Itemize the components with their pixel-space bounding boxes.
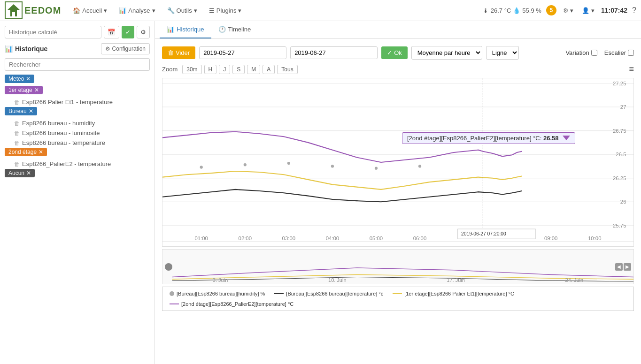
- svg-text:26: 26: [620, 199, 626, 205]
- group-tag-1er-etage[interactable]: 1er etage ✕: [5, 86, 43, 94]
- chart-icon: 📊: [119, 7, 126, 14]
- svg-text:2019-06-27 07:20:00: 2019-06-27 07:20:00: [461, 231, 506, 236]
- home-icon: 🏠: [73, 7, 80, 14]
- legend-item-2ond-etage-temp: [2ond étage][Esp8266_PalierE2][temperatu…: [170, 301, 293, 307]
- configuration-button[interactable]: ⚙ Configuration: [101, 43, 150, 54]
- navbar: EEDOM 🏠 Accueil ▾ 📊 Analyse ▾ 🔧 Outils ▾…: [0, 0, 641, 21]
- svg-text:26.5: 26.5: [616, 152, 626, 157]
- escalier-checkbox[interactable]: [628, 50, 634, 56]
- zoom-a[interactable]: A: [263, 65, 275, 74]
- search-input[interactable]: [5, 58, 150, 71]
- svg-point-26: [200, 166, 203, 168]
- date-from-input[interactable]: [199, 46, 286, 59]
- svg-point-31: [418, 165, 421, 167]
- date-label-1: 3. Juin: [213, 277, 228, 283]
- svg-point-29: [331, 165, 334, 167]
- list-item: 🗑 Esp8266 Palier Et1 - temperature: [5, 97, 150, 107]
- legend-item-1er-etage-temp: [1er etage][Esp8266 Palier Et1][temperat…: [393, 291, 514, 296]
- group-label-bureau: Bureau: [8, 108, 27, 114]
- scroll-right-button[interactable]: ▶: [624, 263, 631, 271]
- navigator-bar: ◀ ▶ 3. Juin 10. Juin 17. Juin 24. Juin: [162, 249, 634, 284]
- navigator-date-labels: 3. Juin 10. Juin 17. Juin 24. Juin: [162, 277, 633, 283]
- legend-dot-humidity: [170, 291, 174, 296]
- confirm-button[interactable]: ✓: [122, 26, 134, 38]
- puzzle-icon: ☰: [209, 7, 215, 14]
- settings-button[interactable]: ⚙ ▾: [561, 5, 576, 16]
- brand-name: EEDOM: [24, 5, 61, 16]
- help-button[interactable]: ?: [632, 6, 636, 15]
- escalier-label[interactable]: Escalier: [604, 49, 634, 56]
- list-item: 🗑 Esp8266 bureau - temperature: [5, 138, 150, 148]
- user-button[interactable]: 👤 ▾: [580, 5, 596, 16]
- trash-icon[interactable]: 🗑: [14, 140, 20, 146]
- group-tag-meteo[interactable]: Meteo ✕: [5, 75, 34, 83]
- moyenne-select[interactable]: Moyenne par heure: [411, 46, 482, 60]
- historique-input[interactable]: [5, 26, 101, 38]
- nav-right: 🌡 26.7 °C 💧 55.9 % 5 ⚙ ▾ 👤 ▾ 11:07:42 ?: [483, 5, 636, 16]
- logo: [5, 1, 23, 19]
- zoom-h[interactable]: H: [204, 65, 217, 74]
- nav-plugins[interactable]: ☰ Plugins ▾: [204, 4, 247, 17]
- legend-line-bureau-temp: [274, 293, 284, 294]
- group-label-2ond-etage: 2ond étage: [8, 149, 37, 155]
- group-tag-bureau[interactable]: Bureau ✕: [5, 107, 37, 115]
- tab-historique[interactable]: 📊 Historique: [160, 21, 211, 38]
- svg-text:26.75: 26.75: [613, 128, 626, 134]
- legend-wrapper: [Bureau][Esp8266 bureau][humidity] % [Bu…: [162, 287, 634, 311]
- clock-tab-icon: 🕐: [218, 26, 226, 33]
- wrench-icon: 🔧: [167, 7, 175, 14]
- chart-area: 🗑 Vider ✓ Ok Moyenne par heure Ligne: [155, 39, 641, 364]
- scroll-left-button[interactable]: ◀: [615, 263, 623, 271]
- close-icon-2ond-etage: ✕: [39, 149, 43, 155]
- svg-text:10:00: 10:00: [588, 235, 601, 241]
- chart-container: 27.25 27 26.75 26.5 26.25 26 25.75 01:00…: [162, 78, 634, 247]
- group-tag-2ond-etage[interactable]: 2ond étage ✕: [5, 148, 47, 156]
- close-icon-aucun: ✕: [26, 170, 31, 176]
- check-icon: ✓: [387, 49, 392, 56]
- navigator-handle-left[interactable]: [165, 263, 172, 271]
- group-2ond-etage: 2ond étage ✕ 🗑 Esp8266_PalierE2 - temper…: [5, 148, 150, 169]
- ok-button[interactable]: ✓ Ok: [381, 46, 408, 59]
- zoom-s[interactable]: S: [232, 65, 245, 74]
- trash-icon[interactable]: 🗑: [14, 161, 20, 167]
- trash-icon[interactable]: 🗑: [14, 120, 20, 127]
- zoom-30m[interactable]: 30m: [182, 65, 201, 74]
- chevron-down-icon: ▾: [104, 7, 107, 14]
- chevron-down-icon: ▾: [152, 7, 155, 14]
- chart-small-icon: 📊: [5, 45, 13, 53]
- controls-row: 🗑 Vider ✓ Ok Moyenne par heure Ligne: [162, 46, 634, 60]
- zoom-j[interactable]: J: [219, 65, 230, 74]
- nav-outils[interactable]: 🔧 Outils ▾: [162, 4, 202, 17]
- svg-text:01:00: 01:00: [195, 235, 208, 241]
- svg-text:09:00: 09:00: [544, 235, 557, 241]
- ligne-select[interactable]: Ligne: [486, 46, 519, 60]
- tab-timeline[interactable]: 🕐 Timeline: [211, 21, 258, 38]
- date-to-input[interactable]: [290, 46, 378, 59]
- variation-row: Variation Escalier: [565, 49, 634, 56]
- sidebar-section-header: 📊 Historique ⚙ Configuration: [5, 43, 150, 54]
- nav-accueil[interactable]: 🏠 Accueil ▾: [68, 4, 112, 17]
- svg-point-28: [287, 162, 290, 165]
- list-item: 🗑 Esp8266 bureau - luminosite: [5, 128, 150, 138]
- content-wrapper: 📅 ✓ ⚙ 📊 Historique ⚙ Configuration Meteo…: [0, 21, 641, 364]
- notification-badge[interactable]: 5: [546, 5, 556, 15]
- close-icon-1er-etage: ✕: [34, 87, 39, 93]
- zoom-tous[interactable]: Tous: [277, 65, 297, 74]
- group-tag-aucun[interactable]: Aucun ✕: [5, 169, 35, 177]
- vider-button[interactable]: 🗑 Vider: [162, 46, 195, 59]
- zoom-m[interactable]: M: [247, 65, 260, 74]
- variation-label[interactable]: Variation: [565, 49, 597, 56]
- hamburger-icon[interactable]: ≡: [629, 64, 634, 74]
- settings-small-button[interactable]: ⚙: [137, 26, 150, 38]
- trash-icon[interactable]: 🗑: [14, 130, 20, 136]
- group-label-aucun: Aucun: [8, 170, 24, 176]
- legend-line-2ond-etage-temp: [170, 303, 179, 304]
- trash-icon[interactable]: 🗑: [14, 99, 20, 106]
- chart-tab-icon: 📊: [167, 26, 174, 33]
- close-icon-bureau: ✕: [29, 108, 33, 114]
- nav-analyse[interactable]: 📊 Analyse ▾: [114, 4, 160, 17]
- calendar-button[interactable]: 📅: [104, 26, 119, 38]
- variation-checkbox[interactable]: [591, 50, 597, 56]
- date-label-2: 10. Juin: [328, 277, 347, 283]
- gear-icon: ⚙: [105, 46, 110, 52]
